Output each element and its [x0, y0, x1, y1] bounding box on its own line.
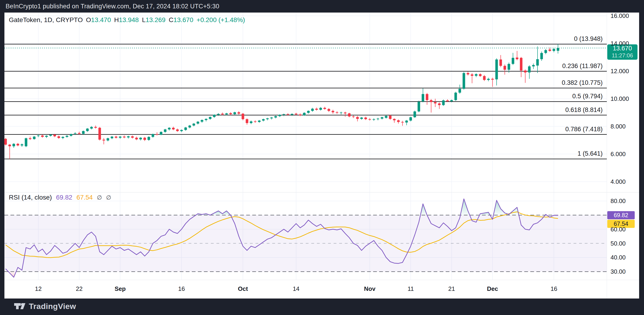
rsi-title: RSI (14, close) [9, 194, 52, 201]
price-axis-tick: 10.000 [610, 95, 629, 102]
price-axis-tick: 4.000 [610, 178, 626, 185]
tradingview-logo-icon [14, 302, 26, 311]
rsi-axis-tick: 60.00 [610, 226, 626, 233]
time-axis-tick: 11 [408, 285, 414, 293]
rsi-axis-tick: 50.00 [610, 240, 626, 247]
time-axis-tick: Nov [364, 285, 376, 293]
low-key: L [142, 16, 146, 23]
time-axis-tick: 14 [293, 285, 300, 293]
fib-level-label: 0.5 (9.794) [572, 92, 602, 100]
rsi-value: 69.82 [56, 194, 72, 201]
rsi-ma-value: 67.54 [76, 194, 93, 201]
symbol-legend: GateToken, 1D, CRYPTO O13.470 H13.948 L1… [9, 16, 246, 24]
open-value: 13.470 [91, 16, 111, 23]
rsi-legend: RSI (14, close) 69.82 67.54 ∅ ∅ [9, 194, 114, 201]
price-axis-tick: 8.000 [610, 123, 626, 130]
change-value: +0.200 (+1.48%) [196, 16, 245, 23]
published-chart-page: BeInCrypto1 published on TradingView.com… [0, 0, 644, 315]
high-key: H [114, 16, 119, 23]
fib-level-label: 0.236 (11.987) [562, 62, 602, 70]
rsi-axis-tick: 30.00 [610, 268, 626, 275]
fib-level-label: 0.786 (7.418) [565, 125, 602, 133]
chart-panel [4, 12, 639, 299]
fib-level-label: 0 (13.948) [574, 35, 602, 43]
high-value: 13.948 [119, 16, 139, 23]
time-axis-tick: 22 [76, 285, 82, 293]
time-axis-tick: Sep [114, 285, 126, 293]
time-axis-tick: 16 [550, 285, 557, 293]
rsi-value-badge: 69.82 [607, 211, 635, 219]
fib-level-label: 1 (5.641) [578, 150, 602, 157]
close-value: 13.670 [174, 16, 194, 23]
empty-set-icon: ∅ [106, 194, 111, 201]
tradingview-logo[interactable]: TradingView [14, 302, 76, 311]
price-axis-tick: 6.000 [610, 150, 626, 158]
fib-level-label: 0.382 (10.775) [562, 79, 602, 87]
close-key: C [169, 16, 174, 23]
price-axis-tick: 16.000 [610, 12, 629, 19]
tradingview-wordmark: TradingView [29, 302, 76, 311]
fib-level-label: 0.618 (8.814) [565, 106, 602, 114]
price-axis-tick: 12.000 [610, 67, 629, 75]
empty-set-icon: ∅ [97, 194, 102, 201]
price-axis-tick: 14.000 [610, 40, 629, 47]
time-axis-tick: 16 [178, 285, 185, 293]
low-value: 13.269 [146, 16, 166, 23]
rsi-axis-tick: 40.00 [610, 254, 626, 261]
time-axis-tick: 12 [35, 285, 42, 293]
rsi-axis-tick: 80.00 [610, 197, 626, 205]
open-key: O [86, 16, 91, 23]
publication-attribution: BeInCrypto1 published on TradingView.com… [6, 3, 219, 10]
time-axis-tick: Dec [487, 285, 498, 293]
countdown-timer: 11:27:06 [607, 52, 638, 59]
symbol-title: GateToken, 1D, CRYPTO [9, 16, 83, 23]
time-axis-tick: 21 [448, 285, 455, 293]
time-axis-tick: Oct [238, 285, 248, 293]
